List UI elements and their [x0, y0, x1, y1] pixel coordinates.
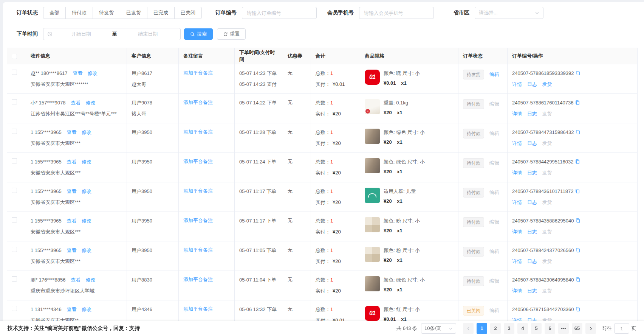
- more-pages-button[interactable]: •••: [558, 323, 569, 334]
- detail-link[interactable]: 详情: [512, 288, 522, 294]
- page-button-last[interactable]: 65: [572, 323, 582, 334]
- detail-link[interactable]: 详情: [512, 111, 522, 117]
- ship-link[interactable]: 发货: [542, 288, 552, 294]
- copy-icon[interactable]: [575, 159, 580, 164]
- add-platform-note-link[interactable]: 添加平台备注: [183, 306, 213, 312]
- log-link[interactable]: 日志: [527, 288, 537, 294]
- modify-address-link[interactable]: 修改: [82, 306, 91, 312]
- detail-link[interactable]: 详情: [512, 258, 522, 264]
- edit-link[interactable]: 编辑: [489, 190, 499, 195]
- status-filter-pending-ship[interactable]: 待发货: [93, 7, 120, 19]
- ship-link[interactable]: 发货: [542, 170, 552, 176]
- next-page-button[interactable]: [585, 323, 596, 334]
- prev-page-button[interactable]: [463, 323, 474, 334]
- row-checkbox[interactable]: [12, 70, 17, 75]
- row-checkbox[interactable]: [12, 306, 17, 311]
- log-link[interactable]: 日志: [527, 140, 537, 146]
- log-link[interactable]: 日志: [527, 81, 537, 87]
- modify-address-link[interactable]: 修改: [82, 247, 91, 253]
- end-date-placeholder[interactable]: 结束日期: [119, 31, 177, 37]
- page-button-2[interactable]: 2: [490, 323, 501, 334]
- add-platform-note-link[interactable]: 添加平台备注: [183, 70, 213, 76]
- view-address-link[interactable]: 查看: [67, 247, 76, 253]
- modify-address-link[interactable]: 修改: [86, 100, 96, 106]
- modify-address-link[interactable]: 修改: [86, 277, 96, 283]
- log-link[interactable]: 日志: [527, 258, 537, 264]
- detail-link[interactable]: 详情: [512, 81, 522, 87]
- detail-link[interactable]: 详情: [512, 140, 522, 146]
- status-filter-all[interactable]: 全部: [43, 7, 66, 19]
- page-button-3[interactable]: 3: [504, 323, 514, 334]
- add-platform-note-link[interactable]: 添加平台备注: [183, 159, 213, 164]
- log-link[interactable]: 日志: [527, 229, 537, 235]
- view-address-link[interactable]: 查看: [71, 277, 80, 283]
- view-address-link[interactable]: 查看: [67, 129, 76, 135]
- add-platform-note-link[interactable]: 添加平台备注: [183, 277, 213, 282]
- log-link[interactable]: 日志: [527, 111, 537, 117]
- status-filter-shipped[interactable]: 已发货: [120, 7, 147, 19]
- copy-icon[interactable]: [575, 100, 580, 105]
- edit-link[interactable]: 编辑: [489, 219, 499, 225]
- page-button-5[interactable]: 5: [531, 323, 542, 334]
- date-range-picker[interactable]: 开始日期 至 结束日期: [43, 28, 181, 40]
- modify-address-link[interactable]: 修改: [88, 70, 98, 76]
- edit-link[interactable]: 编辑: [489, 249, 499, 254]
- edit-link[interactable]: 编辑: [489, 101, 499, 107]
- detail-link[interactable]: 详情: [512, 199, 522, 205]
- region-select[interactable]: 请选择...: [475, 7, 543, 19]
- select-all-checkbox[interactable]: [12, 54, 17, 59]
- row-checkbox[interactable]: [12, 217, 17, 222]
- status-filter-pending-pay[interactable]: 待付款: [65, 7, 93, 19]
- copy-icon[interactable]: [575, 218, 581, 223]
- copy-icon[interactable]: [575, 306, 581, 312]
- status-filter-closed[interactable]: 已关闭: [174, 7, 202, 19]
- row-checkbox[interactable]: [12, 247, 17, 252]
- copy-icon[interactable]: [575, 188, 580, 194]
- edit-link[interactable]: 编辑: [489, 278, 499, 284]
- detail-link[interactable]: 详情: [512, 170, 522, 176]
- add-platform-note-link[interactable]: 添加平台备注: [183, 188, 213, 194]
- goto-page-input[interactable]: [614, 323, 629, 334]
- order-no-input[interactable]: [242, 7, 317, 19]
- edit-link[interactable]: 编辑: [489, 72, 499, 77]
- page-size-select[interactable]: 10条/页: [421, 323, 456, 334]
- view-address-link[interactable]: 查看: [67, 218, 76, 224]
- modify-address-link[interactable]: 修改: [82, 159, 91, 165]
- add-platform-note-link[interactable]: 添加平台备注: [183, 247, 213, 253]
- ship-link[interactable]: 发货: [542, 199, 552, 205]
- ship-link[interactable]: 发货: [542, 229, 552, 235]
- phone-input[interactable]: [359, 7, 434, 19]
- view-address-link[interactable]: 查看: [67, 306, 76, 312]
- ship-link[interactable]: 发货: [542, 111, 552, 117]
- row-checkbox[interactable]: [12, 188, 17, 193]
- edit-link[interactable]: 编辑: [489, 308, 499, 313]
- row-checkbox[interactable]: [12, 158, 17, 163]
- start-date-placeholder[interactable]: 开始日期: [53, 31, 110, 37]
- row-checkbox[interactable]: [12, 276, 17, 282]
- row-checkbox[interactable]: [12, 99, 17, 104]
- page-button-6[interactable]: 6: [545, 323, 555, 334]
- detail-link[interactable]: 详情: [512, 229, 522, 235]
- add-platform-note-link[interactable]: 添加平台备注: [183, 129, 213, 135]
- view-address-link[interactable]: 查看: [73, 70, 82, 76]
- add-platform-note-link[interactable]: 添加平台备注: [183, 218, 213, 223]
- row-checkbox[interactable]: [12, 129, 17, 134]
- copy-icon[interactable]: [575, 247, 581, 253]
- edit-link[interactable]: 编辑: [489, 160, 499, 166]
- search-button[interactable]: 搜索: [184, 28, 213, 40]
- page-button-4[interactable]: 4: [517, 323, 528, 334]
- view-address-link[interactable]: 查看: [67, 159, 76, 165]
- ship-link[interactable]: 发货: [542, 81, 552, 87]
- modify-address-link[interactable]: 修改: [82, 129, 91, 135]
- modify-address-link[interactable]: 修改: [82, 218, 91, 224]
- modify-address-link[interactable]: 修改: [82, 188, 91, 194]
- edit-link[interactable]: 编辑: [489, 131, 499, 136]
- ship-link[interactable]: 发货: [542, 258, 552, 264]
- reset-button[interactable]: 重置: [217, 28, 246, 40]
- view-address-link[interactable]: 查看: [71, 100, 80, 106]
- copy-icon[interactable]: [575, 129, 581, 135]
- log-link[interactable]: 日志: [527, 199, 537, 205]
- copy-icon[interactable]: [575, 70, 581, 76]
- copy-icon[interactable]: [575, 277, 581, 282]
- status-filter-completed[interactable]: 已完成: [147, 7, 175, 19]
